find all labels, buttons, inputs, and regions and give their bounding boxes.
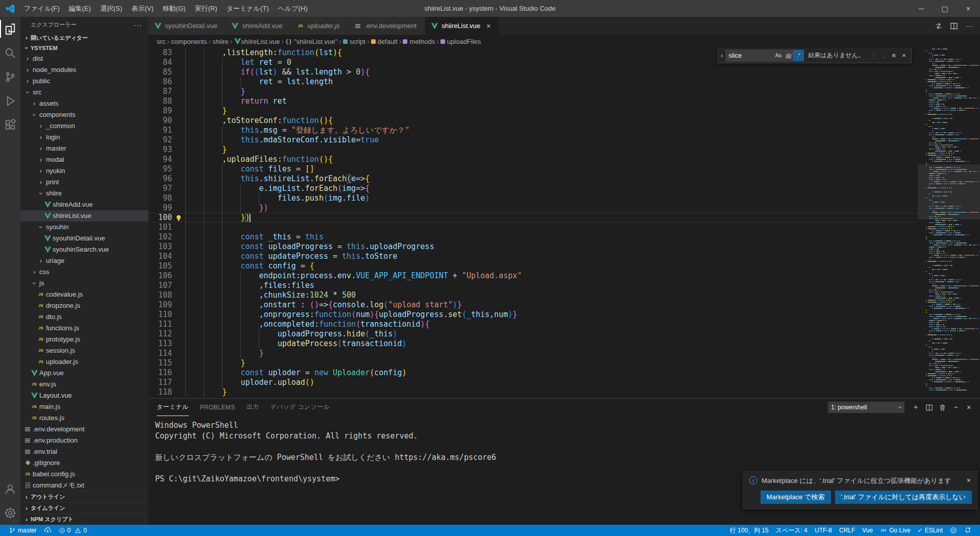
- code-line[interactable]: }: [184, 145, 918, 155]
- tree-file[interactable]: .env.trial: [20, 446, 149, 457]
- tree-folder[interactable]: ›assets: [20, 98, 149, 109]
- code-line[interactable]: [184, 223, 918, 232]
- maximize-button[interactable]: ▢: [933, 0, 957, 17]
- code-line[interactable]: }: [184, 106, 918, 116]
- tree-file[interactable]: .env.production: [20, 435, 149, 446]
- breadcrumb-item[interactable]: script: [343, 38, 365, 45]
- find-in-selection-icon[interactable]: ≡: [889, 51, 899, 61]
- code-line[interactable]: updateProcess(transactionid): [184, 339, 918, 349]
- problems-status[interactable]: 0 0: [55, 525, 90, 536]
- kill-terminal-icon[interactable]: [936, 401, 948, 413]
- code-line[interactable]: ,oncompleted:function(transactionid){: [184, 320, 918, 329]
- editor-tab[interactable]: syouhinDetail.vue: [149, 17, 226, 35]
- workspace-root-section[interactable]: › YSYSTEM: [20, 43, 149, 53]
- code-line[interactable]: ,files:files: [184, 281, 918, 290]
- code-line[interactable]: const _this = this: [184, 232, 918, 242]
- breadcrumb-item[interactable]: methods: [403, 38, 435, 45]
- code-line[interactable]: if((lst) && lst.length > 0){: [184, 67, 918, 77]
- code-line[interactable]: }: [184, 87, 918, 96]
- menu-item[interactable]: 編集(E): [64, 0, 95, 17]
- find-query[interactable]: slice: [728, 52, 773, 59]
- tree-file[interactable]: Layout.vue: [20, 390, 149, 401]
- code-line[interactable]: uploadProgress.hide(_this): [184, 329, 918, 339]
- tree-file[interactable]: JSroutes.js: [20, 412, 149, 424]
- code-line[interactable]: return ret: [184, 96, 918, 106]
- tree-folder[interactable]: ›public: [20, 76, 149, 87]
- editor-tab[interactable]: shiireAdd.vue: [226, 17, 291, 35]
- breadcrumb-item[interactable]: src: [157, 38, 165, 45]
- git-branch-status[interactable]: master: [5, 525, 40, 536]
- breadcrumb-item[interactable]: uploadFiles: [440, 38, 481, 45]
- settings-gear-icon[interactable]: [0, 501, 20, 525]
- code-line[interactable]: }): [184, 213, 918, 223]
- indentation-status[interactable]: スペース: 4: [772, 525, 811, 536]
- code-line[interactable]: ,onstart : ()=>{console.log("upload star…: [184, 300, 918, 310]
- code-line[interactable]: this.msg = "登録します。よろしいですか？": [184, 126, 918, 135]
- tree-folder[interactable]: ›css: [20, 266, 149, 278]
- minimap-slider[interactable]: [918, 164, 980, 220]
- tree-folder[interactable]: ›components: [20, 109, 149, 120]
- code-line[interactable]: ,chunkSize:1024 * 500: [184, 290, 918, 300]
- tree-file[interactable]: App.vue: [20, 368, 149, 379]
- language-mode-status[interactable]: Vue: [859, 525, 876, 536]
- code-line[interactable]: }: [184, 358, 918, 368]
- tree-folder[interactable]: ›_common: [20, 120, 149, 132]
- panel-tab[interactable]: 出力: [247, 399, 259, 416]
- publish-changes-icon[interactable]: [40, 525, 55, 536]
- tree-file[interactable]: JSfunctions.js: [20, 323, 149, 334]
- open-changes-icon[interactable]: [932, 19, 945, 33]
- code-line[interactable]: endpoint:process.env.VUE_APP_API_ENDPOIN…: [184, 271, 918, 281]
- tree-folder[interactable]: ›print: [20, 177, 149, 188]
- dont-show-again-button[interactable]: '.trial' ファイルに対しては再度表示しない: [835, 491, 972, 504]
- minimize-button[interactable]: ─: [910, 0, 933, 17]
- tree-file[interactable]: JSmain.js: [20, 401, 149, 412]
- code-line[interactable]: ,onprogress:function(num){uploadProgress…: [184, 310, 918, 320]
- panel-tab[interactable]: ターミナル: [157, 399, 189, 416]
- open-editors-section[interactable]: › 開いているエディター: [20, 33, 149, 43]
- extensions-icon[interactable]: [0, 113, 20, 137]
- tree-folder[interactable]: ›shiire: [20, 188, 149, 199]
- tree-folder[interactable]: ›master: [20, 143, 149, 154]
- tree-file[interactable]: shiireList.vue: [20, 210, 149, 222]
- breadcrumb-item[interactable]: default: [371, 38, 398, 45]
- code-line[interactable]: const uploadProgress = this.uploadProgre…: [184, 242, 918, 252]
- panel-tab[interactable]: PROBLEMS: [200, 399, 235, 416]
- close-panel-icon[interactable]: ×: [963, 401, 975, 413]
- toggle-replace-icon[interactable]: ›: [718, 48, 725, 63]
- tree-folder[interactable]: ›src: [20, 87, 149, 98]
- tree-file[interactable]: shiireAdd.vue: [20, 199, 149, 210]
- tree-file[interactable]: JSenv.js: [20, 379, 149, 390]
- code-line[interactable]: uploder.upload(): [184, 378, 918, 387]
- menu-item[interactable]: 実行(R): [190, 0, 222, 17]
- code-line[interactable]: e.imgList.forEach(img=>{: [184, 184, 918, 193]
- code-line[interactable]: const config = {: [184, 261, 918, 271]
- split-editor-icon[interactable]: [947, 19, 961, 33]
- tree-file[interactable]: JSsession.js: [20, 345, 149, 356]
- more-actions-icon[interactable]: ···: [963, 19, 976, 33]
- code-line[interactable]: this.shiireList.forEach(e=>{: [184, 174, 918, 184]
- tree-folder[interactable]: ›js: [20, 278, 149, 289]
- breadcrumb-item[interactable]: shiireList.vue: [234, 38, 280, 45]
- breadcrumb-item[interactable]: shiire: [213, 38, 229, 45]
- source-control-icon[interactable]: [0, 65, 20, 89]
- tree-file[interactable]: JSdropzone.js: [20, 300, 149, 311]
- sidebar-section[interactable]: ›タイムライン: [20, 502, 149, 514]
- tree-file[interactable]: JSprototype.js: [20, 334, 149, 345]
- editor-tab[interactable]: .env.development: [349, 17, 425, 35]
- close-notification-icon[interactable]: ×: [966, 476, 972, 484]
- code-line[interactable]: ,toStoreConf:function(){: [184, 116, 918, 126]
- find-previous-icon[interactable]: ↑: [868, 51, 878, 61]
- panel-tab[interactable]: デバッグ コンソール: [270, 399, 330, 416]
- tree-folder[interactable]: ›syouhin: [20, 222, 149, 233]
- tree-file[interactable]: JSdto.js: [20, 311, 149, 323]
- tree-file[interactable]: commandメモ.txt: [20, 480, 149, 491]
- code-line[interactable]: this.mdaStoreConf.visible=true: [184, 135, 918, 145]
- sidebar-section[interactable]: ›アウトライン: [20, 491, 149, 502]
- code-line[interactable]: const uploder = new Uploader(config): [184, 368, 918, 378]
- code-line[interactable]: files.push(img.file): [184, 193, 918, 203]
- account-icon[interactable]: [0, 477, 20, 501]
- split-terminal-icon[interactable]: [923, 401, 935, 413]
- lightbulb-icon[interactable]: [175, 214, 182, 222]
- regex-icon[interactable]: .*: [794, 51, 803, 60]
- tree-folder[interactable]: ›dist: [20, 53, 149, 64]
